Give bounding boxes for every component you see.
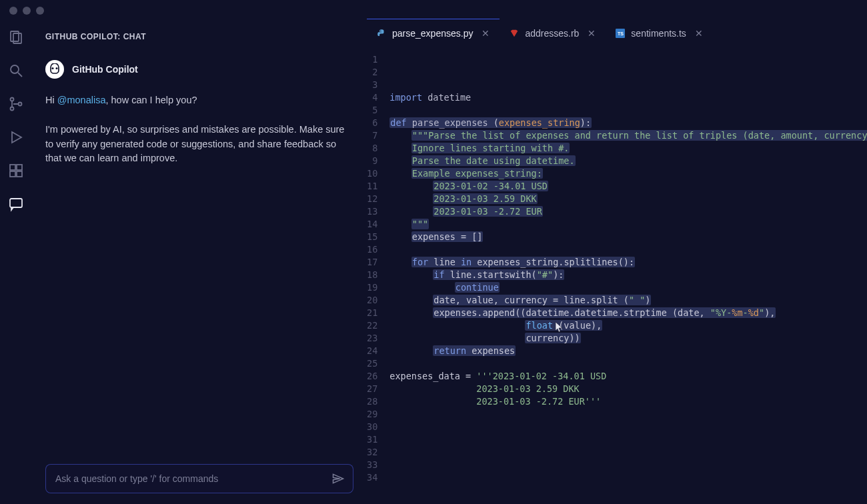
tab-label: sentiments.ts [631,28,686,39]
activity-bar [0,19,32,504]
tab-sentiments[interactable]: TS sentiments.ts ✕ [606,19,712,47]
tab-addresses[interactable]: addresses.rb ✕ [500,19,606,47]
svg-rect-8 [10,165,15,170]
chat-input[interactable] [55,473,331,484]
python-icon [376,28,387,39]
svg-point-13 [52,67,54,69]
svg-rect-10 [10,171,15,177]
chat-notice: I'm powered by AI, so surprises and mist… [45,123,353,166]
bot-name: GitHub Copilot [72,64,138,75]
explorer-icon[interactable] [8,29,24,45]
greeting-pre: Hi [45,95,57,105]
svg-point-5 [11,107,14,111]
search-icon[interactable] [8,63,24,79]
editor-area: parse_expenses.py ✕ addresses.rb ✕ TS se… [367,19,867,504]
close-icon[interactable]: ✕ [587,29,596,38]
chat-icon[interactable] [8,196,24,212]
svg-rect-12 [10,199,22,207]
code-content[interactable]: import datetimedef parse_expenses (expen… [389,53,867,504]
run-debug-icon[interactable] [8,129,24,145]
tab-label: addresses.rb [525,28,579,39]
svg-rect-9 [17,165,22,170]
window-controls [9,7,44,15]
svg-text:TS: TS [618,31,624,35]
tab-label: parse_expenses.py [392,28,473,39]
ruby-icon [509,28,520,39]
close-icon[interactable]: ✕ [481,29,490,38]
minimize-dot[interactable] [23,7,31,15]
bot-header: GitHub Copilot [45,60,353,79]
source-control-icon[interactable] [8,96,24,112]
copilot-avatar-icon [45,60,64,79]
line-gutter: 1234567891011121314151617181920212223242… [367,53,389,504]
ts-icon: TS [615,28,626,39]
mouse-cursor-icon [512,309,521,321]
greeting-mention: @monalisa [57,95,106,105]
code-area[interactable]: 1234567891011121314151617181920212223242… [367,47,867,504]
copilot-chat-panel: GITHUB COPILOT: CHAT GitHub Copilot Hi @… [32,19,367,504]
svg-point-6 [19,103,22,106]
chat-greeting: Hi @monalisa, how can I help you? [45,93,353,108]
editor-tabs: parse_expenses.py ✕ addresses.rb ✕ TS se… [367,19,867,47]
svg-point-2 [11,65,19,73]
chat-input-container[interactable] [45,464,353,493]
chat-panel-title: GITHUB COPILOT: CHAT [45,32,353,41]
send-icon[interactable] [331,472,345,485]
greeting-post: , how can I help you? [105,95,197,105]
extensions-icon[interactable] [8,163,24,179]
maximize-dot[interactable] [36,7,44,15]
svg-rect-11 [17,171,22,177]
svg-line-3 [18,73,22,77]
close-dot[interactable] [9,7,17,15]
close-icon[interactable]: ✕ [694,29,704,38]
svg-point-4 [11,98,14,101]
svg-point-14 [56,67,58,69]
tab-parse-expenses[interactable]: parse_expenses.py ✕ [367,19,500,47]
svg-marker-7 [12,132,21,143]
